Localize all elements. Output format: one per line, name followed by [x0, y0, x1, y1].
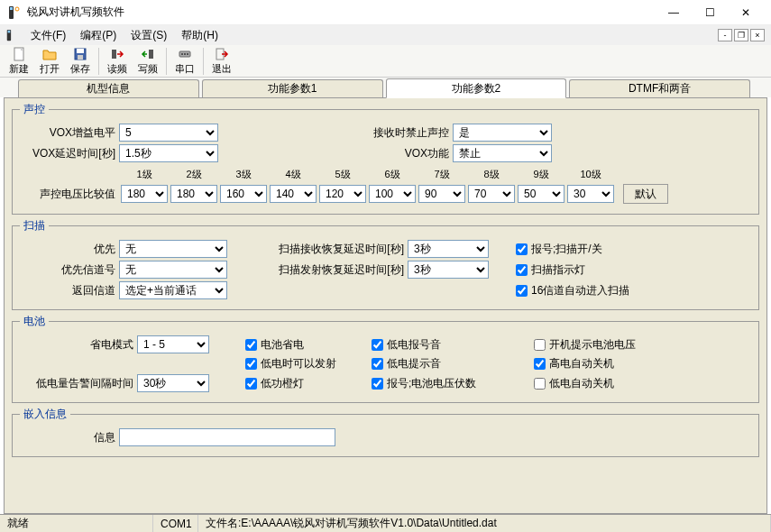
group-vox: 声控 VOX增益电平 5 接收时禁止声控 是 VOX延迟时间[秒] 1.5秒 V…: [12, 102, 759, 215]
toolbar-open-button[interactable]: 打开: [34, 46, 65, 77]
scan-priority-select[interactable]: 无: [119, 240, 227, 258]
battery-save-checkbox[interactable]: 电池省电: [245, 337, 372, 353]
tab-model-info[interactable]: 机型信息: [18, 79, 199, 97]
vox-level-5-select[interactable]: 120: [319, 185, 366, 203]
group-vox-legend: 声控: [20, 102, 49, 117]
maximize-button[interactable]: ☐: [692, 0, 728, 25]
vox-default-button[interactable]: 默认: [623, 184, 668, 204]
group-scan: 扫描 优先 无 扫描接收恢复延迟时间[秒] 3秒 报号;扫描开/关 优先信道号 …: [12, 218, 759, 310]
battery-low-beep-checkbox[interactable]: 低电报号音: [372, 337, 534, 353]
battery-high-off-checkbox[interactable]: 高电自动关机: [534, 356, 614, 371]
toolbar-read-label: 读频: [107, 62, 127, 76]
write-icon: [141, 47, 155, 61]
svg-point-14: [184, 53, 186, 55]
exit-icon: [215, 47, 229, 61]
vox-level-6-select[interactable]: 100: [369, 185, 416, 203]
battery-low-interval-label: 低电量告警间隔时间: [20, 376, 137, 391]
toolbar-write-label: 写频: [138, 62, 158, 76]
vox-delay-select[interactable]: 1.5秒: [119, 144, 218, 162]
svg-rect-11: [149, 50, 153, 59]
toolbar-serial-button[interactable]: 串口: [170, 46, 200, 77]
mdi-restore-button[interactable]: ❐: [734, 29, 748, 41]
scan-priority-ch-select[interactable]: 无: [119, 261, 227, 279]
tab-dtmf[interactable]: DTMF和两音: [569, 79, 750, 97]
battery-save-mode-select[interactable]: 1 - 5: [137, 335, 209, 353]
toolbar-serial-label: 串口: [175, 62, 195, 76]
toolbar-write-button[interactable]: 写频: [133, 46, 163, 77]
vox-level-1-select[interactable]: 180: [121, 185, 168, 203]
open-icon: [42, 47, 57, 61]
group-embed: 嵌入信息 信息: [12, 407, 759, 457]
scan-return-ch-label: 返回信道: [20, 283, 119, 298]
window-title: 锐风对讲机写频软件: [27, 5, 656, 20]
embed-info-label: 信息: [20, 430, 119, 445]
vox-level-9-select[interactable]: 50: [518, 185, 564, 203]
toolbar-read-button[interactable]: 读频: [102, 46, 133, 77]
battery-beep-volt-checkbox[interactable]: 报号;电池电压伏数: [372, 376, 534, 391]
mdi-close-button[interactable]: ×: [750, 29, 765, 41]
minimize-button[interactable]: —: [656, 0, 692, 25]
vox-level-7-select[interactable]: 90: [418, 185, 465, 203]
toolbar-save-label: 保存: [70, 62, 90, 76]
menu-file[interactable]: 文件(F): [23, 26, 73, 45]
status-ready: 就绪: [0, 515, 153, 532]
vox-gain-select[interactable]: 5: [119, 124, 218, 142]
battery-low-tone-checkbox[interactable]: 低电提示音: [372, 356, 534, 371]
scan-rx-resume-label: 扫描接收恢复延迟时间[秒]: [254, 242, 408, 257]
svg-rect-10: [112, 50, 116, 59]
vox-func-select[interactable]: 禁止: [453, 144, 552, 162]
vox-level-3-select[interactable]: 160: [220, 185, 267, 203]
tab-func2[interactable]: 功能参数2: [386, 78, 567, 98]
toolbar-save-button[interactable]: 保存: [65, 46, 96, 77]
toolbar-separator: [98, 48, 99, 75]
toolbar-new-button[interactable]: 新建: [4, 46, 34, 77]
menu-help[interactable]: 帮助(H): [174, 26, 225, 45]
scan-ch16-checkbox[interactable]: 16信道自动进入扫描: [516, 283, 629, 298]
vox-delay-label: VOX延迟时间[秒]: [20, 146, 119, 161]
battery-low-led-checkbox[interactable]: 低功橙灯: [245, 376, 372, 391]
scan-priority-ch-label: 优先信道号: [20, 262, 119, 278]
battery-low-interval-select[interactable]: 30秒: [137, 374, 209, 392]
battery-low-tx-checkbox[interactable]: 低电时可以发射: [245, 356, 372, 371]
scan-tx-resume-select[interactable]: 3秒: [408, 261, 489, 279]
group-scan-legend: 扫描: [20, 218, 49, 234]
toolbar-exit-label: 退出: [212, 62, 232, 76]
vox-level-selects: 180 180 160 140 120 100 90 70 50 30: [121, 185, 614, 203]
toolbar-separator: [203, 48, 204, 75]
scan-beep-checkbox[interactable]: 报号;扫描开/关: [516, 242, 602, 257]
svg-point-13: [181, 53, 183, 55]
menu-settings[interactable]: 设置(S): [124, 26, 174, 45]
rx-disable-vox-label: 接收时禁止声控: [353, 125, 453, 141]
toolbar: 新建 打开 保存 读频 写频 串口 退出: [0, 45, 771, 78]
vox-level-10-select[interactable]: 30: [567, 185, 614, 203]
vox-compare-label: 声控电压比较值: [20, 187, 119, 202]
battery-poweron-volt-checkbox[interactable]: 开机提示电池电压: [534, 337, 636, 353]
status-bar: 就绪 COM1 文件名: E:\AAAAA\锐风对讲机写频软件V1.0\Data…: [0, 514, 771, 532]
toolbar-exit-button[interactable]: 退出: [207, 46, 237, 77]
rx-disable-vox-select[interactable]: 是: [453, 124, 552, 142]
group-embed-legend: 嵌入信息: [20, 407, 70, 422]
vox-gain-label: VOX增益电平: [20, 125, 119, 141]
tab-func1[interactable]: 功能参数1: [202, 79, 383, 97]
vox-level-4-select[interactable]: 140: [270, 185, 317, 203]
tab-strip: 机型信息 功能参数1 功能参数2 DTMF和两音: [0, 78, 771, 97]
menu-program[interactable]: 编程(P): [73, 26, 124, 45]
menu-bar: 文件(F) 编程(P) 设置(S) 帮助(H) - ❐ ×: [0, 25, 771, 45]
scan-rx-resume-select[interactable]: 3秒: [408, 240, 489, 258]
vox-level-8-select[interactable]: 70: [468, 185, 515, 203]
status-file: 文件名: E:\AAAAA\锐风对讲机写频软件V1.0\Data\Untitle…: [198, 515, 771, 532]
close-button[interactable]: ✕: [728, 0, 764, 25]
scan-return-ch-select[interactable]: 选定+当前通话: [119, 281, 227, 299]
vox-level-2-select[interactable]: 180: [170, 185, 217, 203]
title-bar: 锐风对讲机写频软件 — ☐ ✕: [0, 0, 771, 25]
svg-rect-1: [10, 7, 13, 10]
embed-info-input[interactable]: [119, 428, 335, 446]
read-icon: [110, 47, 124, 61]
tab-content: 声控 VOX增益电平 5 接收时禁止声控 是 VOX延迟时间[秒] 1.5秒 V…: [4, 97, 767, 514]
scan-led-checkbox[interactable]: 扫描指示灯: [516, 262, 585, 278]
save-icon: [73, 47, 87, 61]
mdi-minimize-button[interactable]: -: [718, 29, 732, 41]
battery-low-off-checkbox[interactable]: 低电自动关机: [534, 376, 614, 391]
serial-icon: [178, 47, 192, 61]
vox-level-headers: 1级 2级 3级 4级 5级 6级 7级 8级 9级 10级: [121, 168, 614, 181]
